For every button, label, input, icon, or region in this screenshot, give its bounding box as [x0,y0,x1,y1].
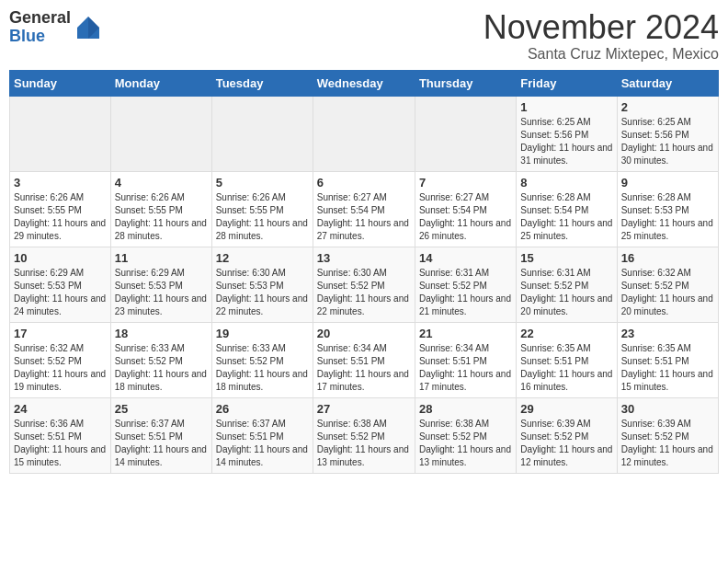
header-row: SundayMondayTuesdayWednesdayThursdayFrid… [10,70,719,96]
calendar-week-row: 10Sunrise: 6:29 AM Sunset: 5:53 PM Dayli… [10,247,719,322]
day-number: 11 [115,251,208,265]
calendar-cell: 20Sunrise: 6:34 AM Sunset: 5:51 PM Dayli… [313,322,415,397]
calendar-cell: 1Sunrise: 6:25 AM Sunset: 5:56 PM Daylig… [517,96,617,171]
calendar-cell: 9Sunrise: 6:28 AM Sunset: 5:53 PM Daylig… [617,171,718,247]
calendar-cell: 30Sunrise: 6:39 AM Sunset: 5:52 PM Dayli… [617,397,718,473]
calendar-cell [110,96,211,171]
day-info: Sunrise: 6:39 AM Sunset: 5:52 PM Dayligh… [621,418,714,469]
month-title: November 2024 [483,9,719,46]
calendar-cell: 29Sunrise: 6:39 AM Sunset: 5:52 PM Dayli… [517,397,617,473]
day-info: Sunrise: 6:32 AM Sunset: 5:52 PM Dayligh… [621,267,714,318]
day-info: Sunrise: 6:25 AM Sunset: 5:56 PM Dayligh… [520,116,612,167]
day-number: 18 [115,327,208,340]
calendar-week-row: 24Sunrise: 6:36 AM Sunset: 5:51 PM Dayli… [10,397,719,473]
day-number: 5 [216,176,309,190]
calendar-cell: 5Sunrise: 6:26 AM Sunset: 5:55 PM Daylig… [211,171,313,247]
location-title: Santa Cruz Mixtepec, Mexico [483,46,719,63]
day-number: 13 [317,251,411,265]
day-info: Sunrise: 6:38 AM Sunset: 5:52 PM Dayligh… [419,418,512,469]
day-info: Sunrise: 6:29 AM Sunset: 5:53 PM Dayligh… [115,267,208,318]
day-info: Sunrise: 6:37 AM Sunset: 5:51 PM Dayligh… [115,418,208,469]
day-info: Sunrise: 6:29 AM Sunset: 5:53 PM Dayligh… [14,267,107,318]
calendar-cell: 15Sunrise: 6:31 AM Sunset: 5:52 PM Dayli… [517,247,617,322]
calendar-cell [313,96,415,171]
day-number: 16 [621,251,714,265]
day-info: Sunrise: 6:37 AM Sunset: 5:51 PM Dayligh… [216,418,309,469]
logo-area: General Blue [9,9,102,46]
day-number: 3 [14,176,107,190]
calendar-cell: 12Sunrise: 6:30 AM Sunset: 5:53 PM Dayli… [211,247,313,322]
day-number: 14 [419,251,512,265]
calendar-cell: 25Sunrise: 6:37 AM Sunset: 5:51 PM Dayli… [110,397,211,473]
calendar-cell: 7Sunrise: 6:27 AM Sunset: 5:54 PM Daylig… [415,171,516,247]
calendar-table: SundayMondayTuesdayWednesdayThursdayFrid… [9,70,719,474]
calendar-cell: 10Sunrise: 6:29 AM Sunset: 5:53 PM Dayli… [10,247,111,322]
calendar-cell: 18Sunrise: 6:33 AM Sunset: 5:52 PM Dayli… [110,322,211,397]
logo-icon [74,14,102,41]
calendar-cell [211,96,313,171]
day-number: 23 [621,327,714,340]
calendar-cell: 11Sunrise: 6:29 AM Sunset: 5:53 PM Dayli… [110,247,211,322]
day-info: Sunrise: 6:25 AM Sunset: 5:56 PM Dayligh… [621,116,714,167]
day-info: Sunrise: 6:30 AM Sunset: 5:53 PM Dayligh… [216,267,309,318]
day-number: 22 [520,327,612,340]
logo-text: General Blue [9,9,71,46]
weekday-header: Tuesday [211,70,313,96]
day-info: Sunrise: 6:38 AM Sunset: 5:52 PM Dayligh… [317,418,411,469]
calendar-cell: 22Sunrise: 6:35 AM Sunset: 5:51 PM Dayli… [517,322,617,397]
calendar-cell: 14Sunrise: 6:31 AM Sunset: 5:52 PM Dayli… [415,247,516,322]
calendar-week-row: 17Sunrise: 6:32 AM Sunset: 5:52 PM Dayli… [10,322,719,397]
day-info: Sunrise: 6:34 AM Sunset: 5:51 PM Dayligh… [317,342,411,394]
day-info: Sunrise: 6:28 AM Sunset: 5:53 PM Dayligh… [621,191,714,243]
day-number: 10 [14,251,107,265]
weekday-header: Thursday [415,70,516,96]
day-info: Sunrise: 6:31 AM Sunset: 5:52 PM Dayligh… [520,267,612,318]
calendar-cell: 24Sunrise: 6:36 AM Sunset: 5:51 PM Dayli… [10,397,111,473]
day-info: Sunrise: 6:33 AM Sunset: 5:52 PM Dayligh… [216,342,309,394]
calendar-cell: 17Sunrise: 6:32 AM Sunset: 5:52 PM Dayli… [10,322,111,397]
header: General Blue November 2024 Santa Cruz Mi… [9,9,719,63]
day-info: Sunrise: 6:31 AM Sunset: 5:52 PM Dayligh… [419,267,512,318]
day-number: 8 [520,176,612,190]
calendar-cell [10,96,111,171]
day-number: 20 [317,327,411,340]
weekday-header: Saturday [617,70,718,96]
day-info: Sunrise: 6:26 AM Sunset: 5:55 PM Dayligh… [115,191,208,243]
day-number: 4 [115,176,208,190]
calendar-cell: 23Sunrise: 6:35 AM Sunset: 5:51 PM Dayli… [617,322,718,397]
weekday-header: Sunday [10,70,111,96]
calendar-cell [415,96,516,171]
calendar-cell: 13Sunrise: 6:30 AM Sunset: 5:52 PM Dayli… [313,247,415,322]
day-number: 25 [115,402,208,416]
calendar-cell: 4Sunrise: 6:26 AM Sunset: 5:55 PM Daylig… [110,171,211,247]
calendar-cell: 26Sunrise: 6:37 AM Sunset: 5:51 PM Dayli… [211,397,313,473]
day-info: Sunrise: 6:35 AM Sunset: 5:51 PM Dayligh… [621,342,714,394]
calendar-cell: 16Sunrise: 6:32 AM Sunset: 5:52 PM Dayli… [617,247,718,322]
calendar-cell: 27Sunrise: 6:38 AM Sunset: 5:52 PM Dayli… [313,397,415,473]
day-info: Sunrise: 6:35 AM Sunset: 5:51 PM Dayligh… [520,342,612,394]
page: General Blue November 2024 Santa Cruz Mi… [0,0,728,483]
weekday-header: Friday [517,70,617,96]
logo-general: General [9,9,71,28]
day-info: Sunrise: 6:32 AM Sunset: 5:52 PM Dayligh… [14,342,107,394]
weekday-header: Monday [110,70,211,96]
calendar-cell: 21Sunrise: 6:34 AM Sunset: 5:51 PM Dayli… [415,322,516,397]
day-info: Sunrise: 6:39 AM Sunset: 5:52 PM Dayligh… [520,418,612,469]
day-number: 17 [14,327,107,340]
day-info: Sunrise: 6:27 AM Sunset: 5:54 PM Dayligh… [317,191,411,243]
day-number: 24 [14,402,107,416]
day-number: 26 [216,402,309,416]
day-number: 15 [520,251,612,265]
day-number: 29 [520,402,612,416]
day-number: 6 [317,176,411,190]
day-number: 19 [216,327,309,340]
day-info: Sunrise: 6:26 AM Sunset: 5:55 PM Dayligh… [14,191,107,243]
weekday-header: Wednesday [313,70,415,96]
day-number: 1 [520,100,612,114]
day-number: 27 [317,402,411,416]
day-info: Sunrise: 6:36 AM Sunset: 5:51 PM Dayligh… [14,418,107,469]
day-info: Sunrise: 6:34 AM Sunset: 5:51 PM Dayligh… [419,342,512,394]
calendar-cell: 19Sunrise: 6:33 AM Sunset: 5:52 PM Dayli… [211,322,313,397]
day-number: 2 [621,100,714,114]
calendar-cell: 2Sunrise: 6:25 AM Sunset: 5:56 PM Daylig… [617,96,718,171]
